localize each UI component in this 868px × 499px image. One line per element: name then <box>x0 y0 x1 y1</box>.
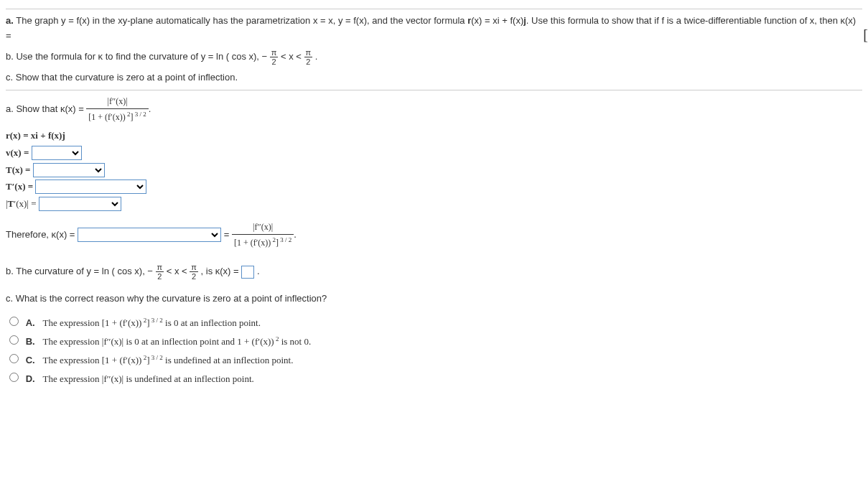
radio-c[interactable] <box>9 354 19 363</box>
radio-d[interactable] <box>9 373 19 382</box>
line-Tprime: T′(x) = <box>6 179 862 195</box>
opt-d-label: D. <box>26 373 35 384</box>
part-b-mid: < x < <box>167 266 190 276</box>
part-a-lead: a. Show that κ(x) = |f′′(x)| [1 + (f′(x)… <box>6 95 862 124</box>
option-d-row: D. The expression |f′′(x)| is undefined … <box>6 370 862 387</box>
period: . <box>149 103 151 114</box>
line-T: T(x) = <box>6 163 862 178</box>
part-a-lead-text: a. Show that κ(x) = <box>6 103 86 114</box>
intro-a: a. The graph y = f(x) in the xy-plane au… <box>6 14 862 44</box>
radio-a[interactable] <box>9 317 19 326</box>
frac-pi-2-2: π2 <box>304 48 313 66</box>
part-b-post: , is κ(x) = <box>201 266 242 276</box>
line-Tprime-abs: |T′(x)| = <box>6 197 862 212</box>
opt-c-label: C. <box>26 355 35 365</box>
opt-c-text: The expression [1 + (f′(x)) 2] 3 / 2 is … <box>42 355 293 365</box>
opt-b-text: The expression |f′′(x)| is 0 at an infle… <box>42 336 311 347</box>
radio-b[interactable] <box>9 335 19 345</box>
dropdown-T[interactable] <box>33 163 105 177</box>
intro-b-mid: < x < <box>281 51 304 62</box>
dropdown-therefore[interactable] <box>78 228 221 242</box>
kappa-formula-2: |f′′(x)| [1 + (f′(x)) 2] 3 / 2 <box>232 220 294 250</box>
line-v: v(x) = <box>6 146 862 161</box>
part-b-end: . <box>257 266 260 276</box>
frac-pi-2-3: π2 <box>156 263 164 281</box>
part-b-pre: b. The curvature of y = ln ( cos x), − <box>6 266 156 276</box>
frac-pi-2-1: π2 <box>270 48 279 66</box>
therefore-line: Therefore, κ(x) = = |f′′(x)| [1 + (f′(x)… <box>6 220 862 250</box>
dropdown-Tprime[interactable] <box>35 179 146 194</box>
dropdown-v[interactable] <box>32 146 82 160</box>
period2: . <box>294 229 297 240</box>
intro-c: c. Show that the curvature is zero at a … <box>6 70 862 85</box>
part-c-question: c. What is the correct reason why the cu… <box>6 292 862 307</box>
dropdown-Tprime-abs[interactable] <box>39 197 121 211</box>
opt-a-text: The expression [1 + (f′(x)) 2] 3 / 2 is … <box>42 317 260 328</box>
line-r: r(x) = xi + f(x)j <box>6 129 862 144</box>
opt-d-text: The expression |f′′(x)| is undefined at … <box>42 373 253 384</box>
equals: = <box>224 229 232 240</box>
frac-pi-2-4: π2 <box>190 263 198 281</box>
option-a-row: A. The expression [1 + (f′(x)) 2] 3 / 2 … <box>6 314 862 331</box>
option-c-row: C. The expression [1 + (f′(x)) 2] 3 / 2 … <box>6 352 862 368</box>
opt-b-label: B. <box>26 336 35 347</box>
option-b-row: B. The expression |f′′(x)| is 0 at an in… <box>6 333 862 350</box>
label-a: a. <box>6 15 14 26</box>
answer-box-b[interactable] <box>241 266 254 279</box>
intro-b-post: . <box>315 51 318 62</box>
cutoff-bracket: [ <box>863 23 868 46</box>
opt-a-label: A. <box>26 317 35 328</box>
intro-a-text: The graph y = f(x) in the xy-plane autom… <box>6 15 856 41</box>
therefore-text: Therefore, κ(x) = <box>6 229 78 240</box>
part-b: b. The curvature of y = ln ( cos x), − π… <box>6 263 862 281</box>
intro-b: b. Use the formula for κ to find the cur… <box>6 48 862 66</box>
options: A. The expression [1 + (f′(x)) 2] 3 / 2 … <box>6 314 862 386</box>
intro-b-pre: b. Use the formula for κ to find the cur… <box>6 51 270 62</box>
kappa-formula: |f′′(x)| [1 + (f′(x)) 2] 3 / 2 <box>86 95 148 124</box>
